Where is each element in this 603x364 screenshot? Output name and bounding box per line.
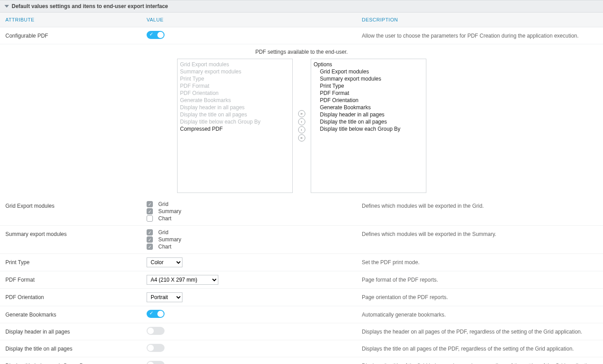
- attr-label: Print Type: [5, 257, 147, 266]
- select-print-type[interactable]: Color: [147, 257, 182, 267]
- desc-text: Displays the title of the field below ea…: [362, 361, 598, 364]
- header-description: DESCRIPTION: [362, 17, 598, 22]
- row-display-title-group: Display title below each Group By Displa…: [0, 357, 603, 364]
- row-pdf-format: PDF Format A4 (210 X 297 mm) Page format…: [0, 271, 603, 289]
- list-item[interactable]: PDF Orientation: [180, 90, 290, 97]
- list-item[interactable]: Summary export modules: [180, 68, 290, 75]
- desc-text: Displays the header on all pages of the …: [362, 327, 598, 335]
- list-item[interactable]: Display the title on all pages: [314, 118, 423, 125]
- checkbox-label: Summary: [158, 236, 181, 243]
- desc-text: Allow the user to choose the parameters …: [362, 31, 598, 39]
- checkbox-grid[interactable]: [147, 201, 153, 207]
- desc-text: Page orientation of the PDF reports.: [362, 292, 598, 300]
- checkbox-label: Chart: [158, 244, 171, 250]
- checkbox-grid[interactable]: [147, 229, 153, 236]
- list-item[interactable]: Display header in all pages: [180, 104, 290, 111]
- select-pdf-orientation[interactable]: Portrait: [147, 292, 182, 302]
- checkbox-chart[interactable]: [147, 215, 153, 222]
- list-item[interactable]: Generate Bookmarks: [314, 104, 423, 111]
- toggle-display-header[interactable]: [147, 327, 165, 335]
- list-item[interactable]: Generate Bookmarks: [180, 97, 290, 104]
- list-item[interactable]: Compressed PDF: [180, 125, 290, 133]
- list-item[interactable]: Display header in all pages: [314, 111, 423, 118]
- attr-label: PDF Orientation: [5, 292, 147, 300]
- row-generate-bookmarks: Generate Bookmarks Automatically generat…: [0, 306, 603, 323]
- panel-header[interactable]: Default values settings and itens to end…: [0, 0, 603, 13]
- row-print-type: Print Type Color Set the PDF print mode.: [0, 254, 603, 271]
- row-grid-export-modules: Grid Export modules Grid Summary Chart D…: [0, 197, 603, 226]
- checkbox-label: Grid: [158, 229, 169, 236]
- list-item[interactable]: Grid Export modules: [314, 68, 423, 75]
- row-pdf-orientation: PDF Orientation Portrait Page orientatio…: [0, 289, 603, 306]
- toggle-generate-bookmarks[interactable]: [147, 310, 165, 318]
- header-value: VALUE: [147, 17, 362, 22]
- desc-text: Defines which modules will be exported i…: [362, 201, 598, 209]
- available-listbox[interactable]: Grid Export modules Summary export modul…: [177, 59, 293, 193]
- checkbox-summary[interactable]: [147, 236, 153, 243]
- attr-label: Display header in all pages: [5, 327, 147, 335]
- dual-title: PDF settings available to the end-user.: [0, 47, 603, 59]
- attr-label: Configurable PDF: [5, 31, 147, 39]
- desc-text: Automatically generate bookmarks.: [362, 310, 598, 318]
- list-item[interactable]: Options: [314, 61, 423, 68]
- move-all-left-button[interactable]: «: [298, 134, 305, 141]
- row-summary-export-modules: Summary export modules Grid Summary Char…: [0, 226, 603, 254]
- move-left-button[interactable]: ‹: [298, 126, 305, 133]
- transfer-arrows: » › ‹ «: [297, 59, 306, 193]
- toggle-display-title-group[interactable]: [147, 361, 165, 364]
- attr-label: Grid Export modules: [5, 201, 147, 209]
- list-item[interactable]: Summary export modules: [314, 75, 423, 82]
- desc-text: Page format of the PDF reports.: [362, 275, 598, 283]
- checkbox-summary[interactable]: [147, 208, 153, 214]
- row-display-title: Display the title on all pages Displays …: [0, 340, 603, 357]
- list-item[interactable]: PDF Format: [314, 90, 423, 97]
- header-attribute: ATTRIBUTE: [5, 17, 147, 22]
- checkbox-label: Chart: [158, 215, 171, 222]
- selected-listbox[interactable]: Options Grid Export modules Summary expo…: [311, 59, 426, 193]
- column-headers: ATTRIBUTE VALUE DESCRIPTION: [0, 13, 603, 27]
- checkbox-label: Grid: [158, 201, 169, 207]
- attr-label: Generate Bookmarks: [5, 310, 147, 318]
- collapse-icon: [4, 5, 9, 8]
- desc-text: Displays the title on all pages of the P…: [362, 344, 598, 352]
- attr-label: Summary export modules: [5, 229, 147, 237]
- list-item[interactable]: PDF Orientation: [314, 97, 423, 104]
- list-item[interactable]: Display title below each Group By: [180, 118, 290, 125]
- desc-text: Set the PDF print mode.: [362, 257, 598, 266]
- select-pdf-format[interactable]: A4 (210 X 297 mm): [147, 275, 218, 285]
- panel-title: Default values settings and itens to end…: [12, 3, 168, 9]
- attr-label: Display the title on all pages: [5, 344, 147, 352]
- desc-text: Defines which modules will be exported i…: [362, 229, 598, 237]
- checkbox-chart[interactable]: [147, 244, 153, 250]
- row-configurable-pdf: Configurable PDF Allow the user to choos…: [0, 27, 603, 44]
- dual-listbox-section: PDF settings available to the end-user. …: [0, 44, 603, 197]
- row-display-header: Display header in all pages Displays the…: [0, 323, 603, 340]
- toggle-configurable-pdf[interactable]: [147, 31, 165, 39]
- list-item[interactable]: Display title below each Group By: [314, 125, 423, 133]
- move-all-right-button[interactable]: »: [298, 110, 305, 117]
- checkbox-label: Summary: [158, 208, 181, 214]
- attr-label: PDF Format: [5, 275, 147, 283]
- list-item[interactable]: PDF Format: [180, 82, 290, 90]
- list-item[interactable]: Print Type: [180, 75, 290, 82]
- move-right-button[interactable]: ›: [298, 118, 305, 125]
- list-item[interactable]: Print Type: [314, 82, 423, 90]
- list-item[interactable]: Display the title on all pages: [180, 111, 290, 118]
- list-item[interactable]: Grid Export modules: [180, 61, 290, 68]
- attr-label: Display title below each Group By: [5, 361, 147, 364]
- toggle-display-title[interactable]: [147, 344, 165, 352]
